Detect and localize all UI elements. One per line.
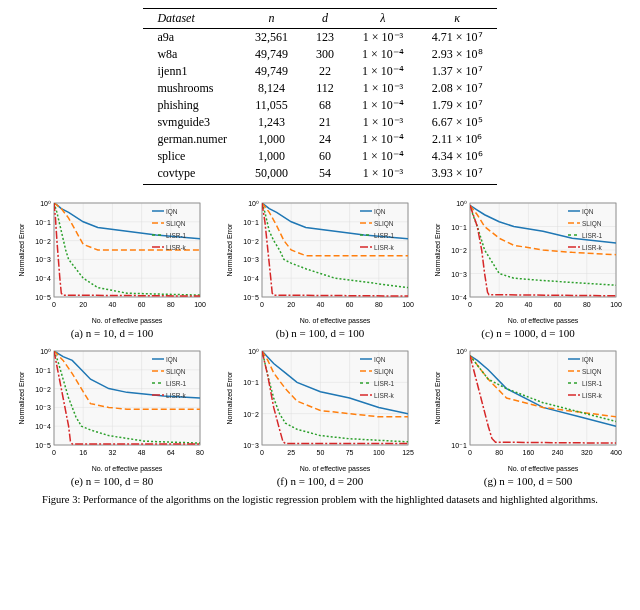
svg-text:No. of effective passes: No. of effective passes: [92, 317, 163, 325]
svg-text:160: 160: [523, 449, 535, 456]
cell-6-4: 2.11 × 10⁶: [418, 131, 497, 148]
cell-1-0: w8a: [143, 46, 241, 63]
svg-text:10⁰: 10⁰: [456, 348, 467, 355]
cell-4-2: 68: [302, 97, 348, 114]
svg-text:LISR-1: LISR-1: [582, 232, 603, 239]
svg-text:16: 16: [79, 449, 87, 456]
charts-grid: 10⁰10⁻110⁻210⁻310⁻410⁻5020406080100Norma…: [0, 189, 640, 489]
cell-5-1: 1,243: [241, 114, 302, 131]
svg-text:80: 80: [583, 301, 591, 308]
cell-3-4: 2.08 × 10⁷: [418, 80, 497, 97]
cell-4-3: 1 × 10⁻⁴: [348, 97, 418, 114]
svg-text:10⁻1: 10⁻1: [35, 219, 51, 226]
svg-text:IQN: IQN: [166, 356, 178, 364]
svg-text:0: 0: [52, 449, 56, 456]
cell-5-3: 1 × 10⁻³: [348, 114, 418, 131]
cell-7-4: 4.34 × 10⁶: [418, 148, 497, 165]
cell-5-2: 21: [302, 114, 348, 131]
svg-text:LISR-k: LISR-k: [582, 392, 603, 399]
cell-6-1: 1,000: [241, 131, 302, 148]
chart-svg-1: 10⁰10⁻110⁻210⁻310⁻410⁻5020406080100Norma…: [224, 195, 416, 325]
cell-8-1: 50,000: [241, 165, 302, 185]
svg-text:LISR-1: LISR-1: [582, 380, 603, 387]
chart-svg-3: 10⁰10⁻110⁻210⁻310⁻410⁻501632486480Normal…: [16, 343, 208, 473]
cell-0-0: a9a: [143, 29, 241, 47]
chart-wrapper-5: 10⁰10⁻1080160240320400Normalized ErrorNo…: [432, 343, 624, 473]
svg-text:No. of effective passes: No. of effective passes: [92, 465, 163, 473]
cell-3-3: 1 × 10⁻³: [348, 80, 418, 97]
col-header-kappa: κ: [418, 9, 497, 29]
cell-8-2: 54: [302, 165, 348, 185]
svg-text:80: 80: [196, 449, 204, 456]
svg-text:320: 320: [581, 449, 593, 456]
svg-text:Normalized Error: Normalized Error: [434, 371, 441, 425]
chart-wrapper-0: 10⁰10⁻110⁻210⁻310⁻410⁻5020406080100Norma…: [16, 195, 208, 325]
col-header-d: d: [302, 9, 348, 29]
cell-2-3: 1 × 10⁻⁴: [348, 63, 418, 80]
chart-cell-0: 10⁰10⁻110⁻210⁻310⁻410⁻5020406080100Norma…: [8, 193, 216, 341]
chart-wrapper-1: 10⁰10⁻110⁻210⁻310⁻410⁻5020406080100Norma…: [224, 195, 416, 325]
svg-text:10⁻4: 10⁻4: [451, 294, 467, 301]
svg-text:10⁻2: 10⁻2: [35, 386, 51, 393]
cell-4-0: phishing: [143, 97, 241, 114]
svg-text:10⁻5: 10⁻5: [243, 294, 259, 301]
chart-wrapper-3: 10⁰10⁻110⁻210⁻310⁻410⁻501632486480Normal…: [16, 343, 208, 473]
svg-text:10⁰: 10⁰: [248, 200, 259, 207]
svg-text:80: 80: [167, 301, 175, 308]
svg-text:LISR-1: LISR-1: [374, 380, 395, 387]
svg-text:LISR-k: LISR-k: [166, 244, 187, 251]
svg-text:10⁻3: 10⁻3: [451, 271, 467, 278]
chart-caption-3: (e) n = 100, d = 80: [71, 475, 153, 487]
cell-2-4: 1.37 × 10⁷: [418, 63, 497, 80]
svg-text:40: 40: [525, 301, 533, 308]
chart-caption-2: (c) n = 1000, d = 100: [481, 327, 574, 339]
chart-svg-4: 10⁰10⁻110⁻210⁻30255075100125Normalized E…: [224, 343, 416, 473]
chart-cell-3: 10⁰10⁻110⁻210⁻310⁻410⁻501632486480Normal…: [8, 341, 216, 489]
cell-2-1: 49,749: [241, 63, 302, 80]
svg-text:20: 20: [287, 301, 295, 308]
cell-2-2: 22: [302, 63, 348, 80]
svg-text:10⁻5: 10⁻5: [35, 442, 51, 449]
chart-svg-5: 10⁰10⁻1080160240320400Normalized ErrorNo…: [432, 343, 624, 473]
cell-2-0: ijenn1: [143, 63, 241, 80]
chart-caption-5: (g) n = 100, d = 500: [484, 475, 572, 487]
chart-wrapper-4: 10⁰10⁻110⁻210⁻30255075100125Normalized E…: [224, 343, 416, 473]
svg-text:IQN: IQN: [374, 208, 386, 216]
chart-cell-5: 10⁰10⁻1080160240320400Normalized ErrorNo…: [424, 341, 632, 489]
cell-4-1: 11,055: [241, 97, 302, 114]
svg-text:125: 125: [402, 449, 414, 456]
svg-text:No. of effective passes: No. of effective passes: [300, 317, 371, 325]
svg-text:SLIQN: SLIQN: [582, 368, 602, 376]
cell-3-2: 112: [302, 80, 348, 97]
svg-text:32: 32: [109, 449, 117, 456]
svg-text:10⁻3: 10⁻3: [243, 256, 259, 263]
svg-text:10⁻4: 10⁻4: [243, 275, 259, 282]
svg-text:SLIQN: SLIQN: [374, 368, 394, 376]
svg-text:100: 100: [610, 301, 622, 308]
cell-8-4: 3.93 × 10⁷: [418, 165, 497, 185]
svg-text:LISR-k: LISR-k: [582, 244, 603, 251]
svg-text:25: 25: [287, 449, 295, 456]
svg-text:0: 0: [52, 301, 56, 308]
svg-text:No. of effective passes: No. of effective passes: [300, 465, 371, 473]
svg-text:400: 400: [610, 449, 622, 456]
svg-text:10⁻1: 10⁻1: [451, 442, 467, 449]
col-header-dataset: Dataset: [143, 9, 241, 29]
svg-text:LISR-1: LISR-1: [166, 232, 187, 239]
data-table: Dataset n d λ κ a9a32,5611231 × 10⁻³4.71…: [0, 0, 640, 189]
chart-wrapper-2: 10⁰10⁻110⁻210⁻310⁻4020406080100Normalize…: [432, 195, 624, 325]
svg-text:10⁻2: 10⁻2: [35, 238, 51, 245]
cell-7-0: splice: [143, 148, 241, 165]
cell-6-3: 1 × 10⁻⁴: [348, 131, 418, 148]
cell-7-2: 60: [302, 148, 348, 165]
cell-8-3: 1 × 10⁻³: [348, 165, 418, 185]
cell-4-4: 1.79 × 10⁷: [418, 97, 497, 114]
svg-text:100: 100: [373, 449, 385, 456]
svg-text:IQN: IQN: [582, 208, 594, 216]
svg-text:10⁰: 10⁰: [40, 200, 51, 207]
svg-text:10⁰: 10⁰: [40, 348, 51, 355]
chart-caption-0: (a) n = 10, d = 100: [71, 327, 153, 339]
svg-text:Normalized Error: Normalized Error: [18, 371, 25, 425]
svg-text:40: 40: [109, 301, 117, 308]
svg-text:20: 20: [79, 301, 87, 308]
